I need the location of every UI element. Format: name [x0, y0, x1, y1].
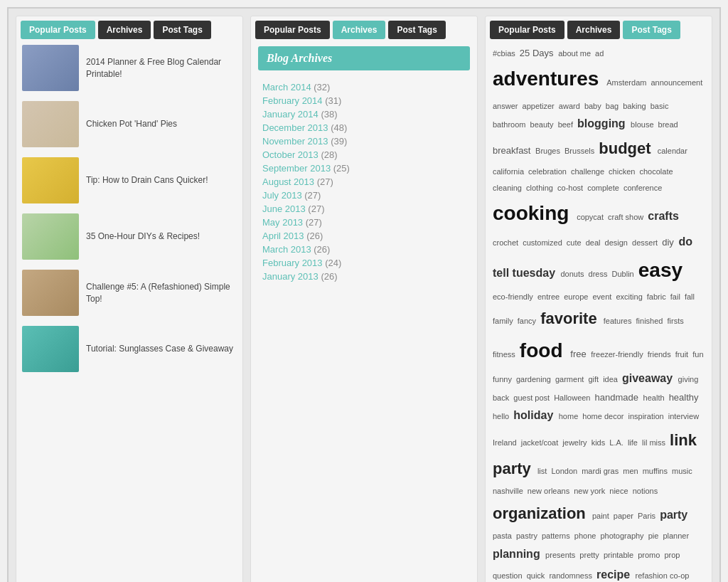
- tag-item[interactable]: answer: [493, 102, 520, 110]
- tag-item[interactable]: fail: [670, 292, 682, 301]
- tag-item[interactable]: eco-friendly: [493, 292, 535, 301]
- tag-item[interactable]: planning: [493, 548, 543, 560]
- tag-item[interactable]: design: [605, 238, 630, 247]
- right-tab-archives[interactable]: Archives: [567, 21, 621, 39]
- tag-item[interactable]: promo: [638, 551, 662, 559]
- tag-item[interactable]: giveaway: [622, 372, 676, 384]
- tag-item[interactable]: Amsterdam: [606, 78, 648, 87]
- tag-item[interactable]: blogging: [577, 117, 628, 129]
- tag-item[interactable]: announcement: [651, 78, 702, 87]
- tag-item[interactable]: mardi gras: [582, 467, 621, 475]
- archive-item[interactable]: April 2013 (26): [262, 231, 466, 241]
- tag-item[interactable]: jewelry: [562, 438, 589, 447]
- tag-item[interactable]: quick: [527, 571, 547, 580]
- tag-item[interactable]: refashion co-op: [636, 571, 690, 580]
- tag-item[interactable]: beauty: [530, 120, 556, 129]
- tag-item[interactable]: gardening: [516, 375, 553, 383]
- tag-item[interactable]: exciting: [616, 292, 644, 301]
- tag-item[interactable]: complete: [587, 184, 621, 192]
- tag-item[interactable]: jacket/coat: [521, 438, 561, 447]
- left-tab-popular[interactable]: Popular Posts: [21, 21, 95, 39]
- right-tab-popular[interactable]: Popular Posts: [490, 21, 564, 39]
- tag-item[interactable]: music: [672, 467, 692, 475]
- tag-item[interactable]: kids: [592, 438, 608, 447]
- tag-item[interactable]: holiday: [513, 409, 556, 421]
- tag-item[interactable]: phone: [574, 531, 599, 540]
- tag-item[interactable]: chocolate: [639, 167, 673, 176]
- tag-item[interactable]: baby: [584, 102, 604, 110]
- left-tab-archives[interactable]: Archives: [98, 21, 151, 39]
- tag-item[interactable]: new york: [574, 487, 607, 495]
- tag-item[interactable]: men: [623, 467, 640, 475]
- tag-item[interactable]: adventures: [493, 68, 604, 90]
- tag-item[interactable]: donuts: [560, 270, 586, 278]
- tag-item[interactable]: paper: [614, 512, 636, 520]
- tag-item[interactable]: London: [551, 467, 579, 475]
- tag-item[interactable]: cooking: [493, 202, 574, 224]
- tag-item[interactable]: Bruges: [535, 147, 562, 155]
- tag-item[interactable]: co-host: [557, 184, 585, 192]
- tag-item[interactable]: printable: [604, 551, 636, 559]
- post-item[interactable]: 35 One-Hour DIYs & Recipes!: [22, 213, 237, 260]
- tag-item[interactable]: europe: [564, 292, 590, 301]
- archive-item[interactable]: May 2013 (27): [262, 217, 466, 228]
- tag-item[interactable]: idea: [603, 375, 620, 383]
- tag-item[interactable]: deal: [586, 238, 603, 247]
- archive-item[interactable]: September 2013 (25): [262, 163, 466, 174]
- archive-link[interactable]: March 2014 (32): [262, 82, 330, 92]
- tag-item[interactable]: clothing: [526, 184, 555, 192]
- tag-item[interactable]: pie: [648, 531, 661, 540]
- tag-item[interactable]: freezer-friendly: [591, 350, 645, 359]
- tag-item[interactable]: bread: [658, 120, 678, 129]
- tag-item[interactable]: easy: [638, 259, 682, 281]
- tag-item[interactable]: bag: [606, 102, 621, 110]
- tag-item[interactable]: calendar: [658, 147, 687, 155]
- tag-item[interactable]: craft show: [608, 213, 646, 221]
- archive-link[interactable]: November 2013 (39): [262, 136, 347, 147]
- tag-item[interactable]: pasta: [493, 531, 514, 540]
- tag-item[interactable]: pretty: [579, 551, 601, 559]
- tag-item[interactable]: about me: [558, 49, 593, 58]
- tag-item[interactable]: Dublin: [612, 270, 636, 278]
- archive-link[interactable]: July 2013 (27): [262, 190, 321, 201]
- tag-item[interactable]: celebration: [528, 167, 569, 176]
- archive-link[interactable]: March 2013 (26): [262, 244, 330, 255]
- tag-item[interactable]: fabric: [647, 292, 668, 301]
- middle-tab-tags[interactable]: Post Tags: [388, 21, 445, 39]
- archive-item[interactable]: June 2013 (27): [262, 203, 466, 214]
- tag-item[interactable]: niece: [609, 487, 630, 495]
- tag-item[interactable]: paint: [592, 512, 611, 520]
- post-item[interactable]: Challenge #5: A (Refashioned) Simple Top…: [22, 270, 237, 316]
- tag-item[interactable]: family: [493, 317, 515, 325]
- tag-item[interactable]: organization: [493, 504, 590, 522]
- tag-item[interactable]: cleaning: [493, 184, 524, 192]
- post-item[interactable]: 2014 Planner & Free Blog Calendar Printa…: [22, 45, 237, 91]
- middle-tab-popular[interactable]: Popular Posts: [255, 21, 330, 39]
- archive-item[interactable]: August 2013 (27): [262, 176, 466, 187]
- tag-item[interactable]: budget: [599, 139, 655, 157]
- tag-item[interactable]: award: [559, 102, 582, 110]
- archive-link[interactable]: February 2014 (31): [262, 95, 341, 106]
- tag-item[interactable]: patterns: [542, 531, 572, 540]
- archive-item[interactable]: March 2014 (32): [262, 82, 466, 92]
- archive-link[interactable]: January 2014 (38): [262, 109, 338, 120]
- archive-item[interactable]: February 2013 (24): [262, 258, 466, 268]
- archive-link[interactable]: January 2013 (26): [262, 271, 338, 282]
- post-item[interactable]: Chicken Pot 'Hand' Pies: [22, 101, 237, 147]
- tag-item[interactable]: randomness: [549, 571, 594, 580]
- archive-item[interactable]: February 2014 (31): [262, 95, 466, 106]
- tag-item[interactable]: basic: [651, 102, 669, 110]
- tag-item[interactable]: features: [604, 317, 634, 325]
- tag-item[interactable]: inspiration: [628, 412, 665, 420]
- tag-item[interactable]: photography: [600, 531, 646, 540]
- tag-item[interactable]: garment: [555, 375, 586, 383]
- tag-item[interactable]: breakfast: [493, 145, 533, 156]
- tag-item[interactable]: new orleans: [528, 487, 572, 495]
- tag-item[interactable]: diy: [662, 237, 676, 248]
- tag-item[interactable]: baking: [623, 102, 648, 110]
- tag-item[interactable]: firsts: [668, 317, 684, 325]
- archive-link[interactable]: August 2013 (27): [262, 176, 333, 187]
- tag-item[interactable]: blouse: [631, 120, 655, 129]
- tag-item[interactable]: Paris: [638, 512, 658, 520]
- archive-item[interactable]: October 2013 (28): [262, 149, 466, 160]
